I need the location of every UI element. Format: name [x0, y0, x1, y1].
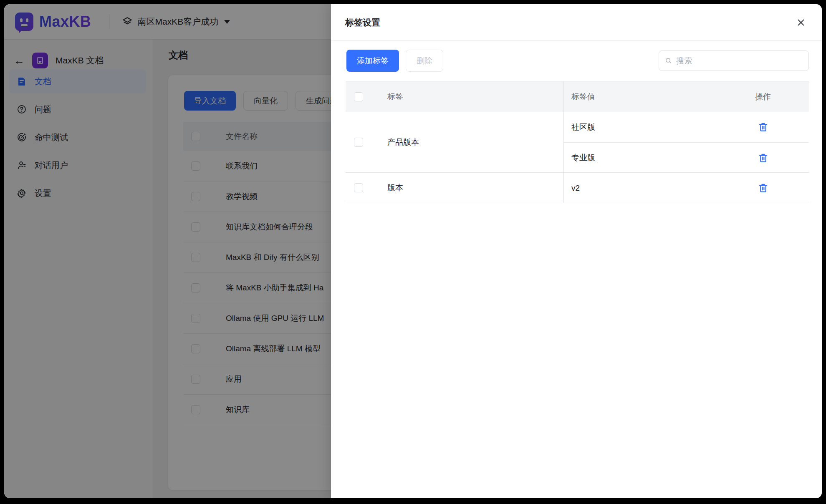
tag-name: 版本 — [387, 182, 403, 193]
drawer-toolbar: 添加标签 删除 — [346, 50, 809, 72]
search-input[interactable] — [676, 56, 803, 66]
close-icon — [796, 18, 806, 27]
drawer-title: 标签设置 — [345, 17, 380, 28]
action-column-header: 操作 — [755, 91, 771, 102]
trash-icon — [759, 183, 768, 193]
delete-button[interactable]: 删除 — [406, 50, 443, 72]
trash-icon — [759, 122, 768, 132]
tag-column-header: 标签 — [387, 91, 403, 102]
delete-value-button[interactable] — [758, 183, 768, 194]
tag-table-header: 标签 标签值 操作 — [346, 81, 809, 112]
delete-value-button[interactable] — [758, 152, 768, 163]
drawer-header: 标签设置 — [331, 4, 822, 41]
tag-group-row: 产品版本 社区版 — [346, 112, 809, 173]
tag-row-checkbox[interactable] — [354, 183, 363, 192]
tag-settings-drawer: 标签设置 添加标签 删除 — [331, 4, 822, 498]
trash-icon — [759, 153, 768, 163]
search-box[interactable] — [659, 50, 809, 71]
tag-value: 社区版 — [564, 122, 740, 133]
app-window: MaxKB 南区MaxKB客户成功 ← Ma — [4, 4, 822, 498]
tag-row-checkbox[interactable] — [354, 138, 363, 147]
value-column-header: 标签值 — [564, 91, 740, 102]
search-icon — [665, 57, 672, 65]
delete-value-button[interactable] — [758, 122, 768, 133]
tag-table: 标签 标签值 操作 产品版本 — [346, 81, 809, 203]
tag-group-row: 版本 v2 — [346, 173, 809, 203]
tag-value-row: 专业版 — [564, 142, 809, 173]
tag-name: 产品版本 — [387, 137, 419, 148]
tag-value: v2 — [564, 184, 740, 193]
add-tag-button[interactable]: 添加标签 — [346, 50, 399, 72]
screen: MaxKB 南区MaxKB客户成功 ← Ma — [0, 0, 826, 504]
tag-value-row: v2 — [564, 173, 809, 203]
tag-value: 专业版 — [564, 152, 740, 163]
tag-value-row: 社区版 — [564, 112, 809, 142]
close-button[interactable] — [795, 17, 807, 28]
select-all-tags-checkbox[interactable] — [354, 92, 363, 101]
